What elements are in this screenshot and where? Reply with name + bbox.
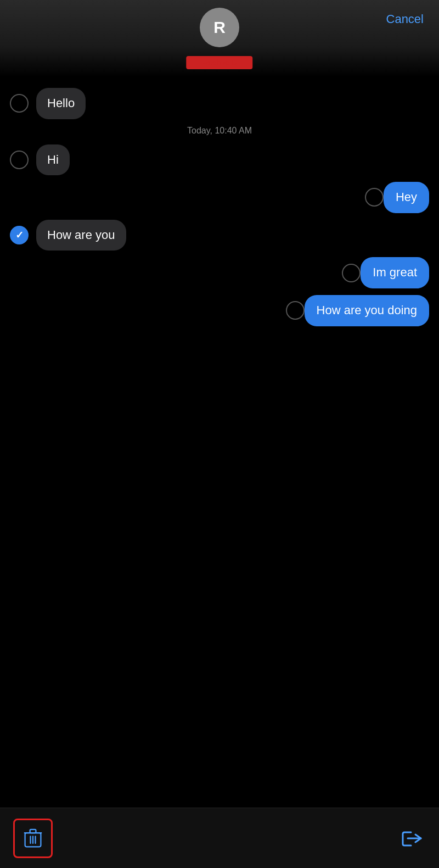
bubble-sent: Hey (384, 182, 429, 213)
bubble-received: Hello (36, 88, 86, 119)
select-circle-hello[interactable] (10, 94, 29, 113)
select-circle-hi[interactable] (10, 151, 29, 169)
bubble-sent: Im great (361, 257, 429, 288)
contact-name: Rachna B (186, 56, 252, 69)
timestamp: Today, 10:40 AM (0, 126, 439, 136)
bubble-sent: How are you doing (305, 295, 429, 326)
message-row[interactable]: How are you doing (0, 295, 439, 326)
select-circle-hey[interactable] (365, 188, 384, 207)
message-row[interactable]: Hey (0, 182, 439, 213)
message-row[interactable]: Im great (0, 257, 439, 288)
select-circle-im-great[interactable] (342, 264, 361, 282)
trash-icon (23, 828, 43, 848)
select-circle-how-are-you-doing[interactable] (286, 301, 305, 320)
message-row[interactable]: Hello (0, 88, 439, 119)
cancel-button[interactable]: Cancel (386, 12, 424, 26)
avatar: R (200, 8, 239, 47)
header: R Cancel Rachna B (0, 0, 439, 77)
bubble-received-selected: How are you (36, 220, 126, 251)
bottom-toolbar (0, 808, 439, 868)
bubble-received: Hi (36, 144, 70, 176)
select-circle-how-are-you[interactable] (10, 226, 29, 244)
message-row[interactable]: How are you (0, 220, 439, 251)
share-button[interactable] (397, 824, 426, 853)
share-icon (400, 827, 423, 850)
message-row[interactable]: Hi (0, 144, 439, 176)
messages-area: Hello Today, 10:40 AM Hi Hey How are you… (0, 77, 439, 808)
delete-button[interactable] (13, 819, 53, 858)
